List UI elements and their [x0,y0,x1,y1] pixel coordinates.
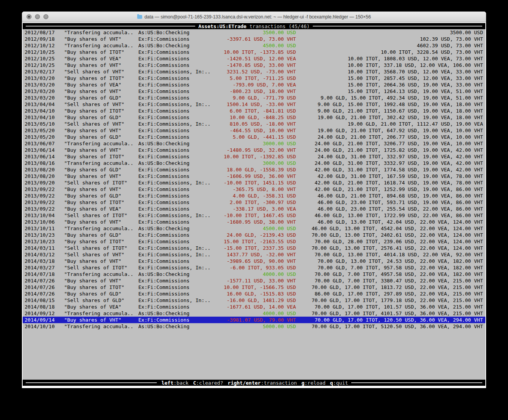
transaction-row[interactable]: 2013/08/20"Buy shares of GLD"Ex:Fi:Commi… [23,166,485,173]
cell-description: "Buy shares of GLD" [64,134,138,140]
transaction-row[interactable]: 2014/09/12"Transfering accumula..As:US:B… [23,310,485,317]
cell-description: "Buy shares of VHT" [64,277,138,284]
cell-balance-amount: 70.00 GLD, 7.00 ITOT, 957.58 USD, 22.00 … [296,264,483,271]
cell-description: "Buy shares of GLD" [64,166,138,173]
transaction-row[interactable]: 2012/10/25"Buy shares of VEA"Ex:Fi:Commi… [23,55,485,62]
cell-date: 2013/08/20 [25,173,56,179]
transaction-row[interactable]: 2014/03/27"Sell shares of ITOT"Ex:Fi:Com… [23,264,485,271]
cell-balance-amount: 46.00 GLD, 23.00 ITOT, 255.54 USD, 22.00… [296,206,483,212]
transaction-row[interactable]: 2013/09/22"Buy shares of VHT"Ex:Fi:Commi… [23,186,485,193]
transaction-row[interactable]: 2013/05/20"Buy shares of GLD"Ex:Fi:Commi… [23,134,485,140]
transaction-row[interactable]: 2014/08/18"Buy shares of VEA"Ex:Fi:Commi… [23,304,485,310]
transaction-row[interactable]: 2013/03/20"Buy shares of VEA"Ex:Fi:Commi… [23,81,485,88]
transaction-row[interactable]: 2014/07/26"Buy shares of VHT"Ex:Fi:Commi… [23,277,485,284]
transaction-row[interactable]: 2013/06/14"Buy shares of VHT"Ex:Fi:Commi… [23,147,485,153]
transaction-row[interactable]: 2013/04/10"Buy shares of GLD"Ex:Fi:Commi… [23,114,485,121]
transaction-row[interactable]: 2013/10/06"Buy shares of VHT"Ex:Fi:Commi… [23,219,485,225]
transaction-row[interactable]: 2013/06/07"Transfering accumula..As:US:B… [23,140,485,147]
cell-other-accounts: As:US:Bo:Checking [138,271,212,277]
cell-other-accounts: Ex:Fi:Commissions [138,114,212,121]
cell-balance-amount: 3500.00 USD [296,29,483,36]
transaction-row[interactable]: 2014/03/18"Buy shares of VHT"Ex:Fi:Commi… [23,258,485,264]
cell-other-accounts: Ex:Fi:Commissions [138,186,212,193]
transaction-row[interactable]: 2012/10/12"Transfering accumula..As:US:B… [23,42,485,49]
cell-description: "Sell shares of ITOT" [64,212,138,219]
transaction-row[interactable]: 2013/10/23"Buy shares of ITOT"Ex:Fi:Comm… [23,238,485,245]
cell-date: 2014/10/10 [25,323,56,330]
transaction-row[interactable]: 2013/10/23"Buy shares of GLD"Ex:Fi:Commi… [23,232,485,238]
cell-date: 2013/06/14 [25,153,56,160]
cell-balance-amount: 4602.39 USD, 73.00 VHT [296,42,483,49]
cell-change-amount: 3000.00 USD [212,160,296,166]
account-name: Assets:US:ETrade [198,23,246,29]
cell-date: 2013/04/10 [25,108,56,114]
cell-description: "Sell shares of ITOT" [64,264,138,271]
cell-description: "Buy shares of VEA" [64,304,138,310]
cell-balance-amount: 70.00 GLD, 13.00 ITOT, 4014.18 USD, 22.0… [296,251,483,258]
transaction-row[interactable]: 2012/09/18"Buy shares of VHT"Ex:Fi:Commi… [23,36,485,42]
cell-change-amount: -6.00 ITOT, 933.05 USD [212,264,296,271]
transaction-row[interactable]: 2013/03/20"Buy shares of ITOT"Ex:Fi:Comm… [23,75,485,81]
cell-description: "Transfering accumula.. [64,310,138,317]
transaction-row[interactable]: 2014/03/11"Sell shares of ITOT"Ex:Fi:Com… [23,245,485,251]
cell-date: 2013/06/07 [25,140,56,147]
window-titlebar[interactable]: data — simon@pool-71-165-239-133.lsanca.… [22,12,486,22]
transaction-row[interactable]: 2014/07/26"Buy shares of ITOT"Ex:Fi:Comm… [23,284,485,291]
transaction-row[interactable]: 2013/09/22"Buy shares of VEA"Ex:Fi:Commi… [23,206,485,212]
cell-change-amount: -800.23 USD, 18.00 VHT [212,88,296,95]
transaction-row[interactable]: 2013/04/04"Sell shares of VHT"Ex:Fi:Comm… [23,101,485,108]
cell-balance-amount: 46.00 GLD, 13.00 ITOT, 4542.04 USD, 22.0… [296,225,483,232]
cell-other-accounts: Ex:Fi:Commissions [138,153,212,160]
transaction-row[interactable]: 2013/09/22"Buy shares of ITOT"Ex:Fi:Comm… [23,199,485,206]
transaction-row[interactable]: 2014/07/26"Buy shares of GLD"Ex:Fi:Commi… [23,291,485,297]
cell-description: "Sell shares of ITOT" [64,179,138,186]
transaction-row[interactable]: 2013/04/10"Buy shares of ITOT"Ex:Fi:Comm… [23,108,485,114]
transaction-row[interactable]: 2013/08/20"Buy shares of VHT"Ex:Fi:Commi… [23,173,485,179]
transaction-row[interactable]: 2014/03/12"Sell shares of VHT"Ex:Fi:Comm… [23,251,485,258]
transaction-row[interactable]: 2014/09/14"Buy shares of VHT"Ex:Fi:Commi… [23,317,485,323]
transaction-row[interactable]: 2013/10/04"Sell shares of ITOT"Ex:Fi:Com… [23,212,485,219]
transaction-row[interactable]: 2013/02/17"Sell shares of VHT"Ex:Fi:Comm… [23,68,485,75]
cell-other-accounts: Ex:Fi:Commissions [138,317,212,323]
transaction-row[interactable]: 2014/10/10"Transfering accumula..As:US:B… [23,323,485,330]
cell-other-accounts: Ex:Fi:Commissions [138,291,212,297]
transaction-row[interactable]: 2014/07/18"Transfering accumula..As:US:B… [23,271,485,277]
transaction-row[interactable]: 2013/06/14"Buy shares of ITOT"Ex:Fi:Comm… [23,153,485,160]
cell-balance-amount: 10.00 ITOT, 1808.03 USD, 12.00 VEA, 73.0… [296,55,483,62]
screen-heading: Assets:US:ETrade transactions (45/46) [198,23,310,30]
cell-description: "Buy shares of VEA" [64,81,138,88]
transaction-row[interactable]: 2013/03/20"Buy shares of GLD"Ex:Fi:Commi… [23,95,485,101]
cell-other-accounts: Ex:Fi:Commissions [138,55,212,62]
transaction-row[interactable]: 2012/10/25"Buy shares of ITOT"Ex:Fi:Comm… [23,49,485,55]
cell-change-amount: 2.00 ITOT, -300.97 USD [212,199,296,206]
cell-date: 2013/10/23 [25,232,56,238]
cell-balance-amount: 9.00 GLD, 21.00 ITOT, 1150.67 USD, 19.00… [296,108,483,114]
shortcut-back: left:back [161,380,188,386]
transaction-row[interactable]: 2013/09/22"Buy shares of GLD"Ex:Fi:Commi… [23,193,485,199]
cell-other-accounts: Ex:Fi:Commissions [138,36,212,42]
transaction-row[interactable]: 2014/08/15"Sell shares of GLD"Ex:Fi:Comm… [23,297,485,304]
cell-date: 2014/03/11 [25,245,56,251]
transaction-row[interactable]: 2012/08/17"Transfering accumula..As:US:B… [23,29,485,36]
transaction-row[interactable]: 2013/10/11"Transfering accumula..As:US:B… [23,225,485,232]
cell-change-amount: 18.00 GLD, -1558.39 USD [212,166,296,173]
cell-description: "Buy shares of GLD" [64,232,138,238]
shortcut-quit: q:quit [330,380,348,386]
cell-date: 2012/10/12 [25,42,56,49]
transaction-row[interactable]: 2013/08/16"Transfering accumula..As:US:B… [23,160,485,166]
transaction-row[interactable]: 2013/05/10"Sell shares of VHT"Ex:Fi:Comm… [23,121,485,127]
transaction-row[interactable]: 2012/10/25"Buy shares of VHT"Ex:Fi:Commi… [23,62,485,68]
cell-other-accounts: Ex:Fi:Commissions, In:.. [138,264,212,271]
cell-date: 2014/07/26 [25,284,56,291]
cell-date: 2013/08/16 [25,160,56,166]
cell-other-accounts: Ex:Fi:Commissions [138,127,212,134]
transaction-row[interactable]: 2013/03/20"Buy shares of VHT"Ex:Fi:Commi… [23,88,485,95]
cell-date: 2014/03/18 [25,258,56,264]
cell-date: 2013/03/20 [25,75,56,81]
cell-balance-amount: 10.00 ITOT, 3228.54 USD, 73.00 VHT [296,49,483,55]
cell-change-amount: 4000.00 USD [212,310,296,317]
screen-mode-label: transactions (45/46) [249,23,310,29]
transaction-row[interactable]: 2013/05/20"Buy shares of VHT"Ex:Fi:Commi… [23,127,485,134]
transaction-row[interactable]: 2013/09/20"Sell shares of ITOT"Ex:Fi:Com… [23,179,485,186]
cell-description: "Transfering accumula.. [64,271,138,277]
